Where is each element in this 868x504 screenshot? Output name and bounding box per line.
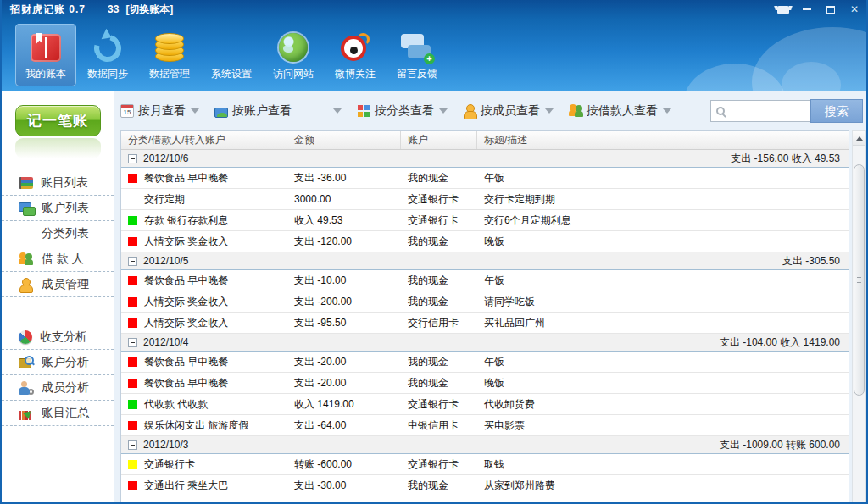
switch-book-link[interactable]: [切换账本] [125,3,173,17]
table-row[interactable]: 交通银行卡转账 -600.00交通银行卡取钱 [121,454,849,475]
table-row[interactable]: 人情交际 奖金收入支出 -200.00我的现金请同学吃饭 [121,291,849,313]
toolbar-item-book[interactable]: 我的账本 [15,24,76,86]
toolbar-item-label: 数据管理 [149,67,190,81]
titlebar: 招财虎记账 0.7 33 [切换账本] ✕ [2,0,866,19]
sidebar-item-acct-analysis[interactable]: 账户分析 [2,350,114,375]
category-text: 人情交际 奖金收入 [144,295,228,309]
people-icon [569,104,582,118]
sidebar-item-person[interactable]: 成员管理 [2,272,114,297]
date-group-row[interactable]: 2012/10/5支出 -305.50 [121,252,849,270]
category-marker [128,421,137,430]
category-cell: 餐饮食品 早中晚餐 [121,376,287,390]
table-row[interactable]: 交行定期3000.00交通银行卡交行卡定期到期 [121,189,849,210]
toolbar-item-gear[interactable]: 系统设置 [201,24,262,86]
title-cell: 代收卸货费 [477,397,849,412]
filter-grid[interactable]: 按分类查看 [357,103,448,119]
category-marker [128,174,137,183]
filter-card[interactable]: 按账户查看 [214,103,342,119]
amount-cell: 3000.00 [287,193,401,205]
table-row[interactable]: 人情交际 奖金收入支出 -95.50交行信用卡买礼品回广州 [121,313,849,334]
toolbar-item-label: 留言反馈 [397,67,437,81]
sidebar-item-member-analysis[interactable]: 成员分析 [2,375,114,401]
close-button[interactable]: ✕ [843,0,866,19]
title-cell: 午饭 [477,274,849,288]
category-cell: 交通银行卡 [121,457,287,472]
amount-cell: 支出 -200.00 [287,295,401,309]
amount-cell: 支出 -36.00 [287,171,401,186]
sidebar-item-ledger[interactable]: 账目列表 [2,170,114,196]
column-header: 标题/描述 [477,131,849,149]
collapse-icon[interactable] [128,338,137,347]
scroll-up-button[interactable] [853,131,865,146]
category-cell: 交行定期 [121,192,287,207]
person-icon [463,104,476,118]
title-cell: 午饭 [477,171,849,186]
account-cell: 我的现金 [401,274,477,288]
filter-person[interactable]: 按成员查看 [463,103,554,119]
column-header: 分类/借款人/转入账户 [121,131,287,149]
date-group-row[interactable]: 2012/10/6支出 -156.00 收入 49.53 [121,150,849,168]
table-zone: 分类/借款人/转入账户金额账户标题/描述 2012/10/6支出 -156.00… [120,130,866,504]
scrollbar-thumb[interactable] [854,164,865,396]
table-row[interactable]: 代收款 代收款收入 1419.00交通银行卡代收卸货费 [121,394,849,415]
filter-calendar[interactable]: 15按月查看 [120,103,199,119]
table-row[interactable]: 餐饮食品 早中晚餐支出 -20.00我的现金午饭 [121,352,849,373]
sidebar-item-summary[interactable]: 账目汇总 [2,401,114,426]
person-icon [19,278,34,291]
sidebar-item-pie[interactable]: 收支分析 [2,324,114,350]
amount-cell: 收入 1419.00 [287,397,401,412]
people-icon [19,252,34,266]
account-cell: 我的现金 [401,171,477,186]
account-cell: 我的现金 [401,376,477,390]
table-row[interactable]: 交通出行 乘坐大巴支出 -30.00我的现金从家到郑州路费 [121,475,849,496]
toolbar-item-globe[interactable]: 访问网站 [263,24,324,86]
app-title: 招财虎记账 0.7 [10,3,86,17]
sidebar-item-grid[interactable]: 分类列表 [2,221,114,246]
sync-icon [89,30,126,67]
category-marker [128,216,137,225]
toolbar-item-sync[interactable]: 数据同步 [77,24,138,86]
table-row[interactable]: 人情交际 奖金收入支出 -120.00我的现金晚饭 [121,231,849,252]
amount-cell: 支出 -64.00 [287,418,401,433]
vertical-scrollbar[interactable] [852,130,866,504]
category-cell: 存款 银行存款利息 [121,213,287,228]
sidebar-item-people[interactable]: 借 款 人 [2,246,114,272]
title-cell: 交行卡定期到期 [477,192,849,207]
toolbar-item-coins[interactable]: 数据管理 [139,24,200,86]
collapse-icon[interactable] [128,154,137,163]
amount-cell: 收入 49.53 [287,213,401,228]
table-row[interactable]: 餐饮食品 早中晚餐支出 -10.00我的现金午饭 [121,270,849,291]
sidebar-item-label: 借 款 人 [42,252,84,267]
date-group-row[interactable]: 2012/10/4支出 -104.00 收入 1419.00 [121,334,849,352]
maximize-button[interactable] [819,0,843,19]
toolbar-item-weibo[interactable]: 微博关注 [325,24,386,86]
table-header: 分类/借款人/转入账户金额账户标题/描述 [121,131,849,150]
account-cell: 我的现金 [401,355,477,369]
amount-cell: 支出 -10.00 [287,274,401,288]
main-panel: 15按月查看按账户查看按分类查看按成员查看按借款人查看 搜索 分类/借款人/转入… [114,91,866,504]
search-input[interactable] [728,102,801,120]
window-controls: ✕ [771,0,866,19]
record-entry-button[interactable]: 记一笔账 [15,105,101,136]
filter-people[interactable]: 按借款人查看 [569,103,671,119]
collapse-icon[interactable] [128,440,137,450]
minimize-button[interactable] [795,0,819,19]
table-row[interactable]: 餐饮食品 早中晚餐支出 -20.00我的现金晚饭 [121,373,849,394]
column-header: 账户 [401,131,477,149]
table-row[interactable]: 存款 银行存款利息收入 49.53交通银行卡交行6个月定期利息 [121,210,849,231]
category-marker [128,318,137,328]
filter-label: 按分类查看 [375,103,434,119]
search-button[interactable]: 搜索 [810,99,863,123]
date-group-row[interactable]: 2012/10/3支出 -1009.00 转账 600.00 [121,436,849,454]
collapse-icon[interactable] [128,257,137,266]
toolbar: 我的账本数据同步数据管理系统设置访问网站微博关注+留言反馈 [2,19,866,91]
category-text: 餐饮食品 早中晚餐 [144,355,228,369]
table-row[interactable]: 餐饮食品 早中晚餐支出 -36.00我的现金午饭 [121,168,849,189]
toolbar-item-feedback[interactable]: +留言反馈 [387,24,448,86]
table-row[interactable]: 娱乐休闲支出 旅游度假支出 -64.00中银信用卡买电影票 [121,415,849,436]
summary-icon [19,407,34,420]
sidebar-item-cards[interactable]: 账户列表 [2,196,114,221]
skin-button[interactable] [771,0,795,19]
filter-label: 按月查看 [138,103,186,119]
category-marker [128,276,137,285]
